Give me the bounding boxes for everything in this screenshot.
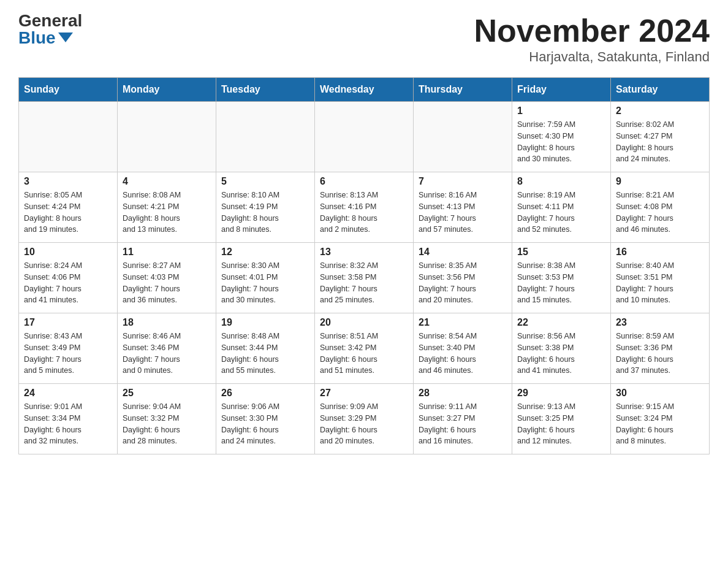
day-number: 21: [419, 317, 507, 328]
day-info: Sunrise: 8:59 AM Sunset: 3:36 PM Dayligh…: [616, 331, 704, 377]
calendar-cell: 9Sunrise: 8:21 AM Sunset: 4:08 PM Daylig…: [611, 172, 710, 243]
calendar-cell: 2Sunrise: 8:02 AM Sunset: 4:27 PM Daylig…: [611, 102, 710, 172]
calendar-cell: [414, 102, 512, 172]
day-number: 14: [419, 247, 507, 258]
day-number: 26: [221, 388, 309, 399]
weekday-header-tuesday: Tuesday: [216, 78, 315, 102]
day-number: 7: [419, 176, 507, 187]
week-row-1: 1Sunrise: 7:59 AM Sunset: 4:30 PM Daylig…: [19, 102, 710, 172]
day-number: 20: [320, 317, 408, 328]
day-number: 8: [517, 176, 605, 187]
day-info: Sunrise: 9:01 AM Sunset: 3:34 PM Dayligh…: [24, 401, 112, 447]
logo-blue-text: Blue: [18, 29, 73, 47]
day-info: Sunrise: 7:59 AM Sunset: 4:30 PM Dayligh…: [517, 119, 605, 165]
day-info: Sunrise: 8:05 AM Sunset: 4:24 PM Dayligh…: [24, 190, 112, 236]
day-number: 5: [221, 176, 309, 187]
day-info: Sunrise: 8:38 AM Sunset: 3:53 PM Dayligh…: [517, 260, 605, 306]
day-number: 30: [616, 388, 704, 399]
title-block: November 2024 Harjavalta, Satakunta, Fin…: [474, 12, 710, 65]
calendar-cell: [19, 102, 118, 172]
calendar-cell: 18Sunrise: 8:46 AM Sunset: 3:46 PM Dayli…: [118, 313, 216, 384]
calendar-cell: 29Sunrise: 9:13 AM Sunset: 3:25 PM Dayli…: [512, 384, 611, 454]
day-number: 9: [616, 176, 704, 187]
calendar-cell: 11Sunrise: 8:27 AM Sunset: 4:03 PM Dayli…: [118, 243, 216, 313]
calendar-cell: 23Sunrise: 8:59 AM Sunset: 3:36 PM Dayli…: [611, 313, 710, 384]
calendar-cell: 7Sunrise: 8:16 AM Sunset: 4:13 PM Daylig…: [414, 172, 512, 243]
calendar-cell: 15Sunrise: 8:38 AM Sunset: 3:53 PM Dayli…: [512, 243, 611, 313]
day-info: Sunrise: 8:56 AM Sunset: 3:38 PM Dayligh…: [517, 331, 605, 377]
day-info: Sunrise: 9:13 AM Sunset: 3:25 PM Dayligh…: [517, 401, 605, 447]
day-info: Sunrise: 8:51 AM Sunset: 3:42 PM Dayligh…: [320, 331, 408, 377]
calendar-cell: 26Sunrise: 9:06 AM Sunset: 3:30 PM Dayli…: [216, 384, 315, 454]
day-number: 23: [616, 317, 704, 328]
day-info: Sunrise: 9:15 AM Sunset: 3:24 PM Dayligh…: [616, 401, 704, 447]
calendar-cell: 20Sunrise: 8:51 AM Sunset: 3:42 PM Dayli…: [315, 313, 414, 384]
day-number: 1: [517, 105, 605, 117]
day-number: 18: [123, 317, 211, 328]
calendar-cell: [216, 102, 315, 172]
calendar-cell: 8Sunrise: 8:19 AM Sunset: 4:11 PM Daylig…: [512, 172, 611, 243]
calendar-cell: [118, 102, 216, 172]
weekday-header-sunday: Sunday: [19, 78, 118, 102]
day-info: Sunrise: 8:46 AM Sunset: 3:46 PM Dayligh…: [123, 331, 211, 377]
calendar-cell: 3Sunrise: 8:05 AM Sunset: 4:24 PM Daylig…: [19, 172, 118, 243]
day-info: Sunrise: 8:02 AM Sunset: 4:27 PM Dayligh…: [616, 119, 704, 165]
calendar-cell: 4Sunrise: 8:08 AM Sunset: 4:21 PM Daylig…: [118, 172, 216, 243]
day-info: Sunrise: 9:04 AM Sunset: 3:32 PM Dayligh…: [123, 401, 211, 447]
day-number: 28: [419, 388, 507, 399]
day-info: Sunrise: 8:43 AM Sunset: 3:49 PM Dayligh…: [24, 331, 112, 377]
day-number: 10: [24, 247, 112, 258]
day-number: 2: [616, 105, 704, 117]
week-row-5: 24Sunrise: 9:01 AM Sunset: 3:34 PM Dayli…: [19, 384, 710, 454]
week-row-3: 10Sunrise: 8:24 AM Sunset: 4:06 PM Dayli…: [19, 243, 710, 313]
day-info: Sunrise: 8:16 AM Sunset: 4:13 PM Dayligh…: [419, 190, 507, 236]
day-info: Sunrise: 9:11 AM Sunset: 3:27 PM Dayligh…: [419, 401, 507, 447]
calendar-cell: 24Sunrise: 9:01 AM Sunset: 3:34 PM Dayli…: [19, 384, 118, 454]
logo-triangle-icon: [58, 33, 73, 42]
day-info: Sunrise: 8:13 AM Sunset: 4:16 PM Dayligh…: [320, 190, 408, 236]
day-number: 4: [123, 176, 211, 187]
weekday-header-friday: Friday: [512, 78, 611, 102]
day-number: 19: [221, 317, 309, 328]
day-info: Sunrise: 8:27 AM Sunset: 4:03 PM Dayligh…: [123, 260, 211, 306]
day-number: 27: [320, 388, 408, 399]
calendar-cell: 30Sunrise: 9:15 AM Sunset: 3:24 PM Dayli…: [611, 384, 710, 454]
calendar-cell: 16Sunrise: 8:40 AM Sunset: 3:51 PM Dayli…: [611, 243, 710, 313]
calendar-cell: 1Sunrise: 7:59 AM Sunset: 4:30 PM Daylig…: [512, 102, 611, 172]
day-info: Sunrise: 9:06 AM Sunset: 3:30 PM Dayligh…: [221, 401, 309, 447]
day-number: 12: [221, 247, 309, 258]
day-info: Sunrise: 8:21 AM Sunset: 4:08 PM Dayligh…: [616, 190, 704, 236]
logo-general-text: General: [18, 12, 82, 29]
calendar-cell: 22Sunrise: 8:56 AM Sunset: 3:38 PM Dayli…: [512, 313, 611, 384]
calendar-cell: 5Sunrise: 8:10 AM Sunset: 4:19 PM Daylig…: [216, 172, 315, 243]
day-info: Sunrise: 8:08 AM Sunset: 4:21 PM Dayligh…: [123, 190, 211, 236]
day-info: Sunrise: 8:35 AM Sunset: 3:56 PM Dayligh…: [419, 260, 507, 306]
day-number: 24: [24, 388, 112, 399]
day-info: Sunrise: 8:48 AM Sunset: 3:44 PM Dayligh…: [221, 331, 309, 377]
calendar-cell: 28Sunrise: 9:11 AM Sunset: 3:27 PM Dayli…: [414, 384, 512, 454]
day-number: 13: [320, 247, 408, 258]
calendar-cell: 19Sunrise: 8:48 AM Sunset: 3:44 PM Dayli…: [216, 313, 315, 384]
day-number: 11: [123, 247, 211, 258]
weekday-header-wednesday: Wednesday: [315, 78, 414, 102]
week-row-2: 3Sunrise: 8:05 AM Sunset: 4:24 PM Daylig…: [19, 172, 710, 243]
calendar-cell: 10Sunrise: 8:24 AM Sunset: 4:06 PM Dayli…: [19, 243, 118, 313]
day-number: 29: [517, 388, 605, 399]
day-info: Sunrise: 8:54 AM Sunset: 3:40 PM Dayligh…: [419, 331, 507, 377]
weekday-header-thursday: Thursday: [414, 78, 512, 102]
logo: General Blue: [18, 12, 82, 47]
day-info: Sunrise: 9:09 AM Sunset: 3:29 PM Dayligh…: [320, 401, 408, 447]
day-number: 15: [517, 247, 605, 258]
location-text: Harjavalta, Satakunta, Finland: [474, 49, 710, 65]
calendar-table: SundayMondayTuesdayWednesdayThursdayFrid…: [18, 77, 710, 454]
calendar-header-row: SundayMondayTuesdayWednesdayThursdayFrid…: [19, 78, 710, 102]
calendar-cell: 17Sunrise: 8:43 AM Sunset: 3:49 PM Dayli…: [19, 313, 118, 384]
day-number: 6: [320, 176, 408, 187]
page-header: General Blue November 2024 Harjavalta, S…: [18, 12, 710, 65]
calendar-cell: 14Sunrise: 8:35 AM Sunset: 3:56 PM Dayli…: [414, 243, 512, 313]
calendar-cell: 25Sunrise: 9:04 AM Sunset: 3:32 PM Dayli…: [118, 384, 216, 454]
day-info: Sunrise: 8:19 AM Sunset: 4:11 PM Dayligh…: [517, 190, 605, 236]
weekday-header-saturday: Saturday: [611, 78, 710, 102]
day-info: Sunrise: 8:30 AM Sunset: 4:01 PM Dayligh…: [221, 260, 309, 306]
day-number: 17: [24, 317, 112, 328]
